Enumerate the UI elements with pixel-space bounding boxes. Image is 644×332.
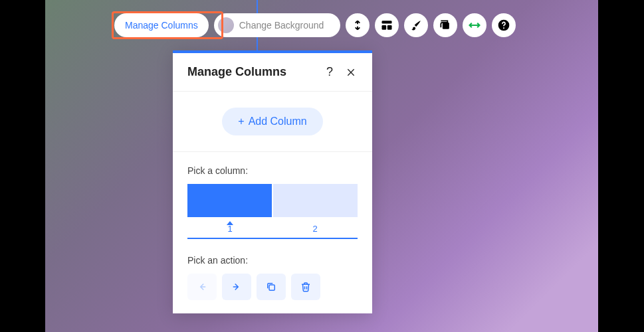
columns-underline [187, 238, 358, 239]
svg-rect-2 [387, 25, 392, 30]
column-1-tile[interactable] [187, 184, 272, 217]
panel-close-button[interactable] [344, 66, 358, 79]
change-background-label: Change Background [239, 20, 324, 31]
plus-icon: + [238, 116, 244, 127]
pick-action-label: Pick an action: [187, 255, 358, 266]
panel-header: Manage Columns ? [173, 53, 372, 92]
svg-rect-3 [443, 23, 449, 29]
toolbar: Manage Columns Change Background [114, 13, 516, 37]
arrow-right-icon [231, 281, 243, 293]
arrow-left-icon [196, 281, 208, 293]
selected-column-indicator [227, 221, 233, 225]
help-icon [497, 19, 510, 32]
duplicate-icon [265, 281, 277, 293]
column-2-number: 2 [272, 224, 358, 234]
column-2-tile[interactable] [273, 184, 358, 217]
svg-rect-1 [381, 25, 386, 30]
add-column-section: + Add Column [173, 92, 372, 152]
column-1-number: 1 [187, 224, 272, 234]
action-buttons [187, 274, 358, 300]
add-column-button[interactable]: + Add Column [222, 108, 322, 135]
trash-icon [300, 281, 312, 293]
move-left-button [187, 274, 217, 300]
manage-columns-panel: Manage Columns ? + Add Column Pick a col… [173, 50, 372, 313]
svg-rect-6 [269, 285, 274, 290]
animation-button[interactable] [433, 13, 457, 37]
panel-title: Manage Columns [187, 65, 315, 79]
delete-button[interactable] [291, 274, 320, 300]
stretch-icon [468, 19, 481, 32]
svg-rect-0 [381, 21, 391, 23]
svg-point-5 [503, 27, 504, 29]
move-right-button[interactable] [222, 274, 251, 300]
pick-column-label: Pick a column: [187, 165, 358, 176]
help-button[interactable] [492, 13, 516, 37]
change-background-button[interactable]: Change Background [214, 13, 340, 37]
close-icon [346, 67, 356, 78]
add-column-label: Add Column [249, 116, 307, 127]
scroll-effects-button[interactable] [346, 13, 370, 37]
manage-columns-button[interactable]: Manage Columns [114, 13, 209, 37]
layout-icon [380, 19, 393, 32]
brush-icon [409, 19, 423, 32]
panel-help-button[interactable]: ? [323, 66, 336, 79]
panel-body: Pick a column: 1 2 Pick an action: [173, 152, 372, 313]
background-swatch-icon [218, 17, 234, 33]
column-numbers: 1 2 [187, 224, 358, 234]
scroll-effects-icon [351, 19, 364, 32]
stretch-button[interactable] [463, 13, 486, 37]
duplicate-button[interactable] [257, 274, 286, 300]
column-picker [187, 184, 358, 217]
animation-icon [439, 19, 452, 32]
design-button[interactable] [404, 13, 428, 37]
layout-button[interactable] [375, 13, 399, 37]
